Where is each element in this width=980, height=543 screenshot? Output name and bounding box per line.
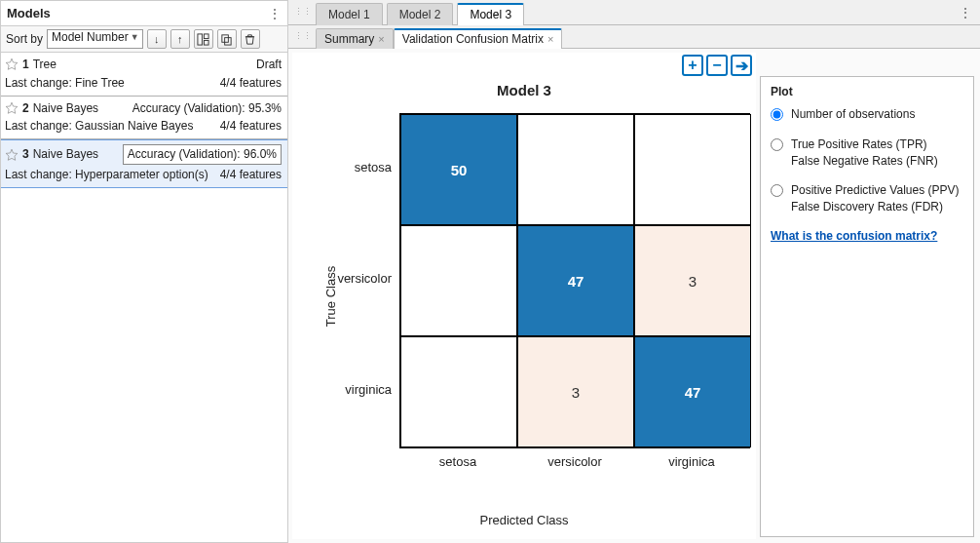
star-icon[interactable] bbox=[5, 58, 19, 71]
col-tick: versicolor bbox=[516, 454, 633, 469]
radio-observations-input[interactable] bbox=[771, 108, 783, 121]
models-panel: Models ⋮ Sort by Model Number ▼ ↓ ↑ 1 Tr… bbox=[0, 0, 288, 543]
confusion-matrix-help-link[interactable]: What is the confusion matrix? bbox=[771, 229, 937, 243]
drag-handle-icon[interactable]: ⋮⋮ bbox=[294, 9, 316, 16]
matrix-cell bbox=[400, 225, 517, 336]
trash-icon bbox=[244, 33, 256, 46]
star-icon[interactable] bbox=[5, 101, 19, 115]
models-panel-title: Models bbox=[7, 6, 51, 20]
zoom-out-button[interactable]: − bbox=[706, 55, 728, 76]
sort-toolbar: Sort by Model Number ▼ ↓ ↑ bbox=[1, 26, 287, 53]
matrix-cell bbox=[400, 336, 517, 447]
x-axis-label: Predicted Class bbox=[292, 513, 756, 527]
tab-confusion-matrix[interactable]: Validation Confusion Matrix × bbox=[394, 28, 563, 49]
tab-summary-label: Summary bbox=[324, 32, 374, 46]
model-change-label: Last change: Fine Tree bbox=[5, 75, 125, 92]
tab-confusion-matrix-label: Validation Confusion Matrix bbox=[402, 32, 544, 46]
arrow-up-icon: ↑ bbox=[177, 33, 183, 45]
tab-model-2[interactable]: Model 2 bbox=[387, 3, 454, 25]
layout-icon bbox=[197, 33, 209, 46]
model-tab-bar: ⋮⋮ Model 1 Model 2 Model 3 ⋮ bbox=[288, 0, 980, 25]
svg-rect-4 bbox=[225, 37, 232, 44]
close-icon[interactable]: × bbox=[378, 33, 384, 45]
radio-ppv-fdr-input[interactable] bbox=[771, 184, 783, 197]
model-features: 4/4 features bbox=[220, 118, 282, 135]
sub-tab-bar: ⋮⋮ Summary × Validation Confusion Matrix… bbox=[288, 25, 980, 49]
model-row[interactable]: 3 Naive Bayes Accuracy (Validation): 96.… bbox=[1, 139, 287, 188]
arrow-down-icon: ↓ bbox=[154, 33, 160, 45]
star-icon[interactable] bbox=[5, 148, 19, 162]
sort-dropdown[interactable]: Model Number ▼ bbox=[47, 29, 143, 49]
radio-tpr-label: True Positive Rates (TPR) bbox=[791, 136, 938, 153]
col-tick: setosa bbox=[399, 454, 516, 469]
tab-model-3[interactable]: Model 3 bbox=[457, 3, 524, 25]
models-panel-menu-icon[interactable]: ⋮ bbox=[268, 6, 282, 21]
model-change-label: Last change: Gaussian Naive Bayes bbox=[5, 118, 193, 135]
row-tick: setosa bbox=[333, 160, 392, 175]
plot-toolbar: + − ➔ bbox=[682, 55, 752, 76]
row-tick: virginica bbox=[333, 382, 392, 397]
zoom-in-button[interactable]: + bbox=[682, 55, 703, 76]
drag-handle-icon[interactable]: ⋮⋮ bbox=[294, 33, 316, 40]
models-panel-header: Models ⋮ bbox=[1, 1, 287, 26]
confusion-matrix-plot: + − ➔ Model 3 True Class Predicted Class… bbox=[292, 53, 756, 539]
confusion-matrix: setosa versicolor virginica 50473347 set… bbox=[399, 113, 750, 448]
model-metric: Accuracy (Validation): 96.0% bbox=[123, 144, 282, 165]
sort-label: Sort by bbox=[6, 32, 43, 46]
radio-tpr-fnr[interactable]: True Positive Rates (TPR) False Negative… bbox=[771, 136, 963, 170]
svg-rect-2 bbox=[205, 40, 209, 45]
model-features: 4/4 features bbox=[220, 167, 282, 183]
arrow-right-icon: ➔ bbox=[735, 57, 748, 75]
radio-observations-label: Number of observations bbox=[791, 106, 915, 123]
tab-summary[interactable]: Summary × bbox=[316, 28, 394, 49]
matrix-cell: 3 bbox=[634, 225, 751, 336]
tab-model-1[interactable]: Model 1 bbox=[316, 3, 383, 25]
layout-button[interactable] bbox=[194, 29, 213, 49]
model-name: Naive Bayes bbox=[33, 146, 98, 163]
matrix-grid: 50473347 bbox=[399, 113, 750, 448]
model-row[interactable]: 2 Naive Bayes Accuracy (Validation): 95.… bbox=[1, 97, 287, 140]
svg-rect-1 bbox=[205, 33, 209, 38]
matrix-wrap: setosa versicolor virginica 50473347 set… bbox=[341, 105, 746, 490]
sort-desc-button[interactable]: ↑ bbox=[170, 29, 190, 49]
matrix-cell bbox=[517, 114, 634, 225]
model-number: 1 bbox=[22, 57, 29, 73]
radio-fnr-label: False Negative Rates (FNR) bbox=[791, 153, 938, 170]
radio-observations[interactable]: Number of observations bbox=[771, 106, 963, 123]
model-name: Naive Bayes bbox=[33, 100, 98, 117]
radio-ppv-label: Positive Predictive Values (PPV) bbox=[791, 182, 960, 199]
chevron-down-icon: ▼ bbox=[131, 32, 139, 42]
plus-icon: + bbox=[688, 57, 697, 74]
radio-tpr-fnr-input[interactable] bbox=[771, 138, 783, 151]
radio-ppv-fdr[interactable]: Positive Predictive Values (PPV) False D… bbox=[771, 182, 963, 215]
main-area: ⋮⋮ Model 1 Model 2 Model 3 ⋮ ⋮⋮ Summary … bbox=[288, 0, 980, 543]
model-metric: Accuracy (Validation): 95.3% bbox=[132, 100, 282, 117]
main-menu-icon[interactable]: ⋮ bbox=[951, 5, 980, 20]
sort-asc-button[interactable]: ↓ bbox=[147, 29, 167, 49]
model-change-label: Last change: Hyperparameter option(s) bbox=[5, 167, 208, 183]
close-icon[interactable]: × bbox=[547, 33, 553, 45]
matrix-cell: 50 bbox=[400, 114, 517, 225]
svg-rect-0 bbox=[198, 33, 203, 44]
model-number: 3 bbox=[22, 146, 29, 163]
radio-fdr-label: False Discovery Rates (FDR) bbox=[791, 199, 960, 215]
svg-rect-3 bbox=[222, 34, 229, 41]
matrix-cell bbox=[634, 114, 751, 225]
row-tick: versicolor bbox=[333, 271, 392, 286]
matrix-cell: 47 bbox=[634, 336, 751, 447]
plot-options-panel: Plot Number of observations True Positiv… bbox=[760, 76, 974, 537]
options-title: Plot bbox=[771, 85, 963, 98]
model-name: Tree bbox=[33, 57, 57, 73]
copy-icon bbox=[220, 33, 233, 46]
copy-button[interactable] bbox=[217, 29, 237, 49]
plot-title: Model 3 bbox=[292, 82, 756, 98]
delete-button[interactable] bbox=[241, 29, 260, 49]
model-number: 2 bbox=[22, 100, 29, 117]
model-features: 4/4 features bbox=[220, 75, 282, 92]
content-row: + − ➔ Model 3 True Class Predicted Class… bbox=[288, 49, 980, 543]
sort-dropdown-value: Model Number bbox=[52, 30, 129, 44]
export-button[interactable]: ➔ bbox=[731, 55, 752, 76]
model-metric: Draft bbox=[256, 57, 282, 73]
minus-icon: − bbox=[712, 57, 721, 74]
model-row[interactable]: 1 Tree Draft Last change: Fine Tree 4/4 … bbox=[1, 53, 287, 97]
